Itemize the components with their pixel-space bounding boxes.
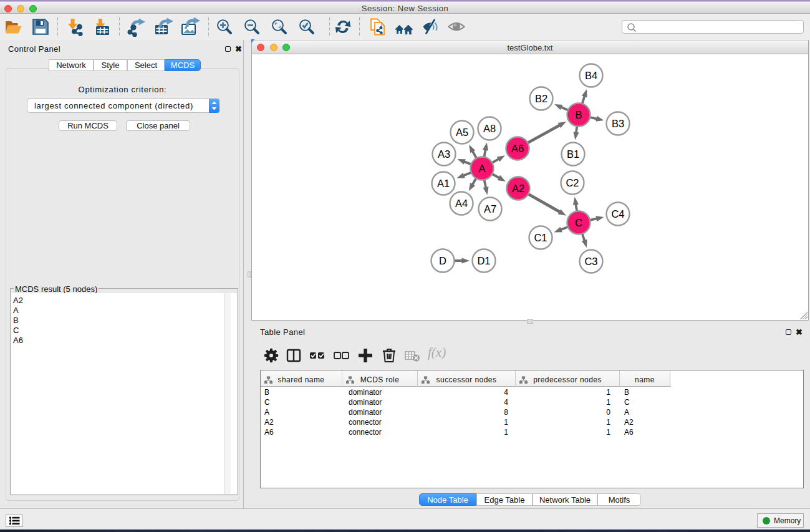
svg-text:A8: A8 — [483, 123, 496, 134]
svg-text:D: D — [439, 255, 446, 266]
svg-text:C1: C1 — [534, 232, 547, 243]
svg-text:A5: A5 — [456, 127, 468, 138]
svg-text:A: A — [478, 163, 485, 174]
svg-text:A7: A7 — [484, 203, 496, 215]
svg-text:B2: B2 — [535, 93, 547, 104]
svg-text:A2: A2 — [512, 183, 524, 194]
svg-text:D1: D1 — [477, 255, 490, 266]
svg-text:B: B — [575, 109, 582, 120]
svg-text:A3: A3 — [438, 148, 450, 160]
svg-text:B4: B4 — [585, 70, 597, 81]
svg-text:A6: A6 — [511, 143, 524, 154]
svg-text:B3: B3 — [612, 118, 624, 129]
svg-text:A1: A1 — [437, 178, 450, 189]
svg-text:A4: A4 — [455, 198, 468, 209]
svg-text:C: C — [575, 217, 582, 228]
svg-text:B1: B1 — [567, 148, 579, 160]
svg-text:C4: C4 — [611, 208, 624, 220]
svg-text:C3: C3 — [584, 256, 597, 267]
svg-text:C2: C2 — [566, 177, 579, 188]
